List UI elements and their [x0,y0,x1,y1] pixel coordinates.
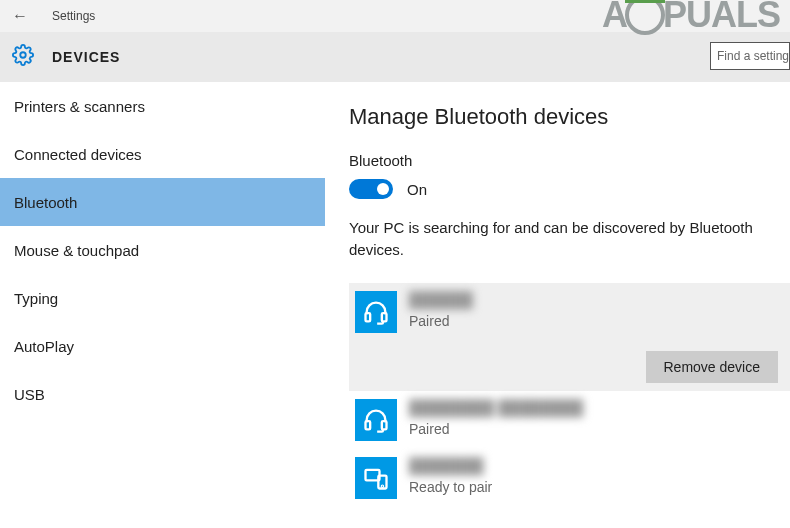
device-name: ████████ ████████ [409,399,583,419]
svg-point-7 [382,485,383,486]
page-header: DEVICES Find a setting [0,32,790,82]
search-input[interactable]: Find a setting [710,42,790,70]
device-actions: Remove device [355,333,784,391]
device-pair-icon [355,457,397,499]
toggle-knob [377,183,389,195]
settings-breadcrumb: Settings [52,9,95,23]
device-name: ██████ [409,291,473,311]
sidebar: Printers & scanners Connected devices Bl… [0,82,325,528]
window-topbar: ← Settings [0,0,790,32]
device-meta: ███████ Ready to pair [409,457,492,495]
device-list: ██████ Paired Remove device ████████ ███… [349,283,790,507]
device-status: Paired [409,421,583,437]
page-title: DEVICES [52,49,120,65]
svg-rect-4 [382,421,387,429]
device-item[interactable]: ███████ Ready to pair [349,449,790,507]
device-status: Paired [409,313,473,329]
sidebar-item-autoplay[interactable]: AutoPlay [0,322,325,370]
sidebar-item-typing[interactable]: Typing [0,274,325,322]
bluetooth-description: Your PC is searching for and can be disc… [349,217,790,261]
svg-rect-3 [366,421,371,429]
remove-device-button[interactable]: Remove device [646,351,779,383]
svg-rect-1 [366,313,371,321]
gear-icon [12,44,34,70]
bluetooth-toggle-row: On [349,179,790,199]
back-icon[interactable]: ← [12,7,32,25]
device-item-selected[interactable]: ██████ Paired Remove device [349,283,790,391]
svg-rect-2 [382,313,387,321]
sidebar-item-printers-scanners[interactable]: Printers & scanners [0,82,325,130]
bluetooth-label: Bluetooth [349,152,790,169]
device-item[interactable]: ████████ ████████ Paired [349,391,790,449]
device-status: Ready to pair [409,479,492,495]
sidebar-item-connected-devices[interactable]: Connected devices [0,130,325,178]
device-meta: ████████ ████████ Paired [409,399,583,437]
svg-point-0 [20,52,26,58]
headset-icon [355,399,397,441]
device-name: ███████ [409,457,492,477]
device-meta: ██████ Paired [409,291,473,329]
sidebar-item-usb[interactable]: USB [0,370,325,418]
content-pane: Manage Bluetooth devices Bluetooth On Yo… [325,82,790,528]
headset-icon [355,291,397,333]
main-area: Printers & scanners Connected devices Bl… [0,82,790,528]
bluetooth-toggle[interactable] [349,179,393,199]
content-heading: Manage Bluetooth devices [349,104,790,130]
sidebar-item-mouse-touchpad[interactable]: Mouse & touchpad [0,226,325,274]
sidebar-item-bluetooth[interactable]: Bluetooth [0,178,325,226]
toggle-state-label: On [407,181,427,198]
